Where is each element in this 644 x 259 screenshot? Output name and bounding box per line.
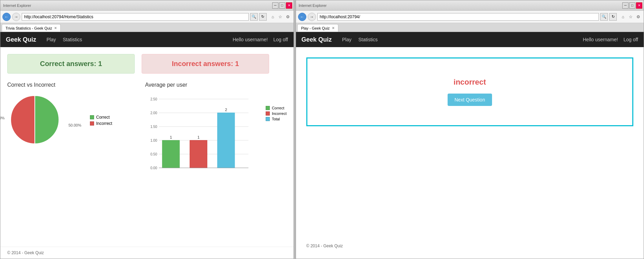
left-window: Internet Explorer ─ □ ✕ ← → 🔍 ↻ ⌂ ☆ ⚙ Tr… <box>0 0 294 259</box>
search-btn-right[interactable]: 🔍 <box>600 13 608 21</box>
maximize-btn-right[interactable]: □ <box>629 2 635 9</box>
footer-text-left: © 2014 - Geek Quiz <box>7 250 44 255</box>
tab-statistics[interactable]: Trivia Statistics - Geek Quiz ✕ <box>2 24 61 32</box>
refresh-btn-right[interactable]: ↻ <box>609 13 617 21</box>
nav-statistics-right[interactable]: Statistics <box>358 37 378 42</box>
svg-text:1: 1 <box>170 135 172 139</box>
incorrect-card: Incorrect answers: 1 <box>142 54 269 74</box>
tab-label-statistics: Trivia Statistics - Geek Quiz <box>6 26 52 30</box>
svg-text:2.00: 2.00 <box>150 111 157 115</box>
bar-incorrect <box>190 140 207 168</box>
pie-chart-wrapper: 50.00% 50.00% <box>7 92 131 149</box>
tab-close-play[interactable]: ✕ <box>332 26 335 30</box>
forward-btn-left[interactable]: → <box>12 13 20 21</box>
pie-label-incorrect-pct: 50.00% <box>0 116 4 120</box>
nav-hello-left: Hello username! <box>233 37 268 42</box>
bar-chart-container: Average per user 2.50 2.00 1.50 <box>145 82 287 182</box>
legend: Correct Incorrect <box>90 115 112 126</box>
back-btn-left[interactable]: ← <box>2 13 11 21</box>
legend-incorrect: Incorrect <box>90 121 112 126</box>
title-bar-left: Internet Explorer ─ □ ✕ <box>0 0 294 11</box>
home-icon-right[interactable]: ⌂ <box>620 13 626 20</box>
bar-legend-correct: Correct <box>266 106 287 110</box>
minimize-btn-left[interactable]: ─ <box>272 2 278 9</box>
brand-right[interactable]: Geek Quiz <box>301 36 332 43</box>
bar-legend-total: Total <box>266 117 287 121</box>
svg-text:0.00: 0.00 <box>150 166 157 170</box>
app-navbar-right: Geek Quiz Play Statistics Hello username… <box>296 32 644 47</box>
search-btn-left[interactable]: 🔍 <box>250 13 258 21</box>
gear-icon-right[interactable]: ⚙ <box>635 13 642 20</box>
stats-cards: Correct answers: 1 Incorrect answers: 1 <box>7 54 287 74</box>
bar-legend-total-color <box>266 117 270 121</box>
bar-legend-correct-label: Correct <box>272 106 284 110</box>
svg-text:1.00: 1.00 <box>150 139 157 142</box>
window-title-left: Internet Explorer <box>3 3 31 8</box>
title-bar-right: Internet Explorer ─ □ ✕ <box>296 0 644 11</box>
forward-btn-right[interactable]: → <box>308 13 316 21</box>
play-content: incorrect Next Question © 2014 - Geek Qu… <box>296 47 644 259</box>
bar-chart-area: 2.50 2.00 1.50 1.00 0.50 0.00 <box>145 92 287 182</box>
charts-section: Correct vs Incorrect 50.00% 50.00% <box>7 82 287 182</box>
right-window: Internet Explorer ─ □ ✕ ← → 🔍 ↻ ⌂ ☆ ⚙ Pl… <box>296 0 644 259</box>
star-icon-right[interactable]: ☆ <box>627 13 634 20</box>
bar-legend-total-label: Total <box>272 117 280 121</box>
window-title-right: Internet Explorer <box>299 3 327 8</box>
tab-close-statistics[interactable]: ✕ <box>54 26 57 30</box>
pie-chart-area: 50.00% 50.00% <box>7 92 62 149</box>
correct-card: Correct answers: 1 <box>7 54 135 74</box>
svg-text:1.50: 1.50 <box>150 125 157 129</box>
home-icon-left[interactable]: ⌂ <box>269 13 276 20</box>
address-input-right[interactable] <box>317 13 599 21</box>
svg-text:2: 2 <box>225 108 227 112</box>
close-btn-left[interactable]: ✕ <box>286 2 292 9</box>
refresh-btn-left[interactable]: ↻ <box>259 13 267 21</box>
pie-label-correct-pct: 50.00% <box>69 123 81 127</box>
nav-logoff-left[interactable]: Log off <box>273 37 288 42</box>
legend-incorrect-color <box>90 121 94 126</box>
svg-text:1: 1 <box>197 135 200 139</box>
bookmark-icons-left: ⌂ ☆ ⚙ <box>269 13 292 20</box>
bookmark-icons-right: ⌂ ☆ ⚙ <box>620 13 642 20</box>
bar-legend-incorrect-label: Incorrect <box>272 111 287 116</box>
maximize-btn-left[interactable]: □ <box>279 2 285 9</box>
pie-legend: Correct Incorrect <box>90 115 112 126</box>
back-btn-right[interactable]: ← <box>298 13 306 21</box>
bar-legend-incorrect: Incorrect <box>266 111 287 116</box>
nav-play-left[interactable]: Play <box>47 37 56 42</box>
address-input-left[interactable] <box>22 13 249 21</box>
bar-correct <box>162 140 180 168</box>
svg-text:2.50: 2.50 <box>150 97 157 101</box>
title-bar-controls-right: ─ □ ✕ <box>622 2 642 9</box>
address-bar-right: ← → 🔍 ↻ ⌂ ☆ ⚙ <box>296 11 644 23</box>
tab-label-play: Play - Geek Quiz <box>301 26 330 30</box>
legend-incorrect-label: Incorrect <box>96 121 112 126</box>
question-box: incorrect Next Question <box>306 57 633 126</box>
close-btn-right[interactable]: ✕ <box>636 2 642 9</box>
next-question-button[interactable]: Next Question <box>448 94 492 106</box>
bar-legend-correct-color <box>266 106 270 110</box>
pie-chart-title: Correct vs Incorrect <box>7 82 131 88</box>
footer-left: © 2014 - Geek Quiz <box>0 247 294 259</box>
brand-left[interactable]: Geek Quiz <box>6 36 36 43</box>
pie-chart-container: Correct vs Incorrect 50.00% 50.00% <box>7 82 131 182</box>
nav-right-left: Hello username! Log off <box>233 37 288 42</box>
address-bar-left: ← → 🔍 ↻ ⌂ ☆ ⚙ <box>0 11 294 23</box>
svg-text:0.50: 0.50 <box>150 152 157 156</box>
nav-statistics-left[interactable]: Statistics <box>63 37 82 42</box>
tab-bar-left: Trivia Statistics - Geek Quiz ✕ <box>0 23 294 32</box>
main-content-left: Correct answers: 1 Incorrect answers: 1 … <box>0 47 294 247</box>
bar-total <box>217 113 235 168</box>
footer-right: © 2014 - Geek Quiz <box>306 244 633 248</box>
nav-logoff-right[interactable]: Log off <box>623 37 638 42</box>
star-icon-left[interactable]: ☆ <box>277 13 284 20</box>
nav-play-right[interactable]: Play <box>342 37 351 42</box>
bar-chart-title: Average per user <box>145 82 287 88</box>
nav-hello-right: Hello username! <box>583 37 618 42</box>
tab-play[interactable]: Play - Geek Quiz ✕ <box>297 24 338 32</box>
minimize-btn-right[interactable]: ─ <box>622 2 628 9</box>
incorrect-label: Incorrect answers: 1 <box>172 60 239 67</box>
gear-icon-left[interactable]: ⚙ <box>285 13 292 20</box>
result-text: incorrect <box>453 78 486 87</box>
correct-label: Correct answers: 1 <box>40 60 102 67</box>
